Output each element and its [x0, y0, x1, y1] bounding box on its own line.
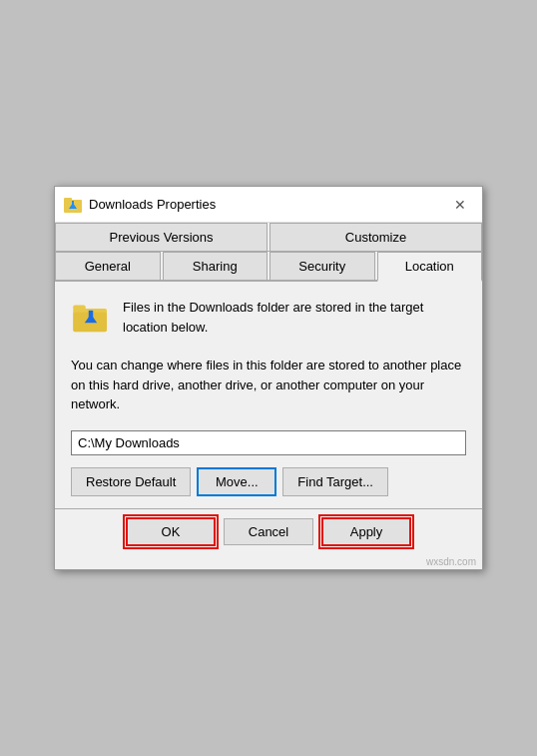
tab-security[interactable]: Security: [269, 252, 375, 280]
description-text: You can change where files in this folde…: [71, 356, 466, 414]
apply-button[interactable]: Apply: [321, 517, 411, 546]
svg-rect-8: [89, 311, 93, 320]
folder-download-icon: [72, 302, 110, 334]
dialog-footer: OK Cancel Apply: [55, 508, 482, 554]
content-area: Files in the Downloads folder are stored…: [55, 282, 482, 508]
folder-icon: [63, 195, 83, 215]
tab-previous-versions[interactable]: Previous Versions: [55, 223, 268, 251]
ok-button[interactable]: OK: [126, 517, 216, 546]
dialog-window: Downloads Properties ✕ Previous Versions…: [54, 186, 483, 570]
action-buttons: Restore Default Move... Find Target...: [71, 467, 466, 496]
folder-download-icon-area: [71, 298, 111, 338]
tab-sharing[interactable]: Sharing: [163, 252, 268, 280]
tabs-row-1: Previous Versions Customize: [55, 223, 482, 252]
tab-location[interactable]: Location: [377, 252, 483, 282]
cancel-button[interactable]: Cancel: [224, 518, 313, 545]
watermark: wxsdn.com: [55, 554, 482, 569]
svg-rect-5: [73, 306, 85, 311]
tab-customize[interactable]: Customize: [269, 223, 482, 251]
title-bar-left: Downloads Properties: [63, 195, 216, 215]
restore-default-button[interactable]: Restore Default: [71, 467, 191, 496]
info-text: Files in the Downloads folder are stored…: [123, 298, 466, 337]
tab-general[interactable]: General: [55, 252, 161, 280]
svg-rect-1: [64, 198, 72, 202]
tabs-row-2: General Sharing Security Location: [55, 252, 482, 282]
svg-rect-3: [72, 201, 74, 206]
close-button[interactable]: ✕: [446, 191, 474, 219]
find-target-button[interactable]: Find Target...: [282, 467, 388, 496]
window-title: Downloads Properties: [89, 197, 216, 212]
move-button[interactable]: Move...: [197, 467, 276, 496]
info-section: Files in the Downloads folder are stored…: [71, 298, 466, 338]
path-input[interactable]: [71, 430, 466, 455]
title-bar: Downloads Properties ✕: [55, 187, 482, 223]
